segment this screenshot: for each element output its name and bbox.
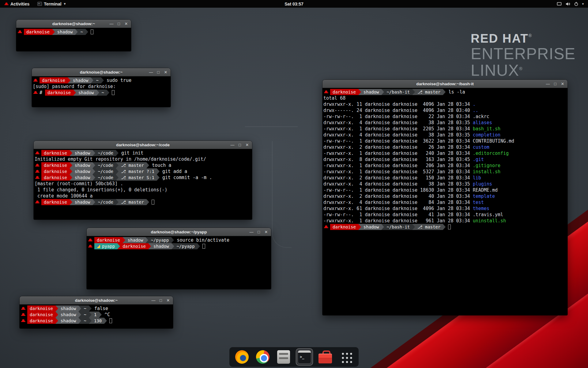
terminal-line: darknoiseshadow~ false	[21, 305, 173, 312]
brand-enterprise: ENTERPRISE	[471, 45, 575, 62]
window-titlebar[interactable]: darknoise@shadow:~/bash-it — □ ✕	[322, 80, 567, 88]
close-button[interactable]: ✕	[162, 68, 169, 76]
close-button[interactable]: ✕	[123, 20, 130, 28]
minimize-button[interactable]: —	[248, 228, 255, 236]
redhat-prompt-icon	[21, 313, 25, 316]
minimize-button[interactable]: —	[229, 141, 236, 149]
prompt-segment: pyapp	[94, 243, 117, 249]
prompt-segment: darknoise	[24, 29, 52, 35]
minimize-button[interactable]: —	[147, 68, 155, 76]
redhat-prompt-icon	[324, 90, 328, 94]
redhat-prompt-icon	[35, 163, 40, 167]
powerline-separator-icon	[443, 89, 446, 95]
output-text: Initialized empty Git repository in /hom…	[35, 156, 206, 162]
redhat-logo-icon	[4, 2, 8, 6]
maximize-button[interactable]: □	[155, 68, 162, 76]
terminal-content[interactable]: darknoiseshadow~/pyapp source bin/activa…	[87, 236, 271, 289]
powerline-separator-icon	[381, 89, 384, 95]
dock-item-chrome[interactable]	[254, 349, 271, 365]
command-text: source bin/activate	[174, 237, 229, 243]
redhat-prompt-icon	[324, 225, 328, 229]
powerline-separator-icon	[70, 199, 72, 205]
terminal-window-exit-codes[interactable]: darknoise@shadow:~ — □ ✕ darknoiseshadow…	[20, 296, 173, 328]
prompt-segment: ⎇ master	[415, 224, 443, 230]
powerline-separator-icon	[381, 224, 384, 230]
dock-item-toolbox[interactable]	[317, 349, 334, 365]
prompt-segment: ⎇ master S:1	[119, 174, 157, 181]
window-titlebar[interactable]: darknoise@shadow:~/pyapp — □ ✕	[87, 228, 271, 236]
powerline-separator-icon	[70, 150, 72, 156]
powerline-separator-icon	[55, 312, 58, 318]
redhat-prompt-icon	[18, 30, 22, 34]
output-text: -rw-rw-r--. 1 darknoise darknoise 41 Jan…	[323, 212, 473, 217]
redhat-prompt-icon	[21, 307, 25, 310]
terminal-line: drwxrwxr-x. 4 darknoise darknoise 38 Jan…	[323, 181, 567, 187]
dock-item-terminal[interactable]: >_	[296, 349, 313, 365]
brand-red-hat: RED HAT®	[471, 32, 575, 45]
prompt-segment: darknoise	[41, 150, 70, 156]
activities-button[interactable]: Activities	[3, 0, 31, 8]
maximize-button[interactable]: □	[157, 296, 164, 305]
output-text: drwxrwxr-x. 4 darknoise darknoise 38 Jan…	[323, 120, 473, 125]
redhat-prompt-icon	[33, 79, 38, 82]
window-titlebar[interactable]: darknoise@shadow:~ — □ ✕	[20, 296, 173, 305]
clock[interactable]: Sat 03:57	[285, 0, 303, 8]
prompt-segment: ~	[81, 318, 89, 324]
powerline-separator-icon	[146, 199, 149, 205]
powerline-separator-icon	[75, 29, 78, 35]
window-titlebar[interactable]: darknoise@shadow:~ — □ ✕	[16, 20, 131, 28]
terminal-window-code[interactable]: darknoise@shadow:~/code — □ ✕ darknoises…	[34, 141, 252, 220]
maximize-button[interactable]: □	[115, 20, 123, 28]
terminal-window-pyapp[interactable]: darknoise@shadow:~/pyapp — □ ✕ darknoise…	[87, 228, 271, 289]
window-title: darknoise@shadow:~/pyapp	[87, 228, 271, 236]
maximize-button[interactable]: □	[552, 80, 559, 88]
terminal-content[interactable]: darknoiseshadow~ sudo true[sudo] passwor…	[32, 76, 171, 107]
powerline-separator-icon	[157, 168, 160, 174]
output-text: test	[473, 200, 484, 205]
python-icon	[97, 245, 100, 248]
terminal-line: darknoiseshadow~	[17, 29, 131, 35]
output-text: 1 file changed, 0 insertions(+), 0 delet…	[35, 187, 167, 193]
system-status-area[interactable]: ▾	[554, 0, 586, 8]
minimize-button[interactable]: —	[108, 20, 115, 28]
maximize-button[interactable]: □	[236, 141, 243, 149]
prompt-segment: shadow	[361, 224, 382, 230]
command-text: sudo true	[104, 78, 131, 83]
app-menu-terminal[interactable]: > Terminal ▼	[36, 0, 67, 8]
terminal-content[interactable]: darknoiseshadow~/bash-it⎇ master ls -lat…	[322, 88, 567, 315]
output-text: .editorconfig	[473, 151, 509, 156]
prompt-segment: darknoise	[330, 224, 358, 230]
terminal-line: -rwxrwxr-x. 1 darknoise darknoise 961 Ja…	[323, 218, 567, 224]
terminal-line: drwxrwxr-x. 2 darknoise darknoise 26 Jan…	[323, 144, 567, 150]
maximize-button[interactable]: □	[255, 228, 262, 236]
activities-label: Activities	[10, 2, 29, 6]
close-button[interactable]: ✕	[243, 141, 251, 149]
output-text: .	[473, 102, 476, 107]
close-button[interactable]: ✕	[164, 296, 172, 305]
prompt-segment: shadow	[76, 90, 96, 96]
powerline-separator-icon	[52, 29, 55, 35]
terminal-window-sudo[interactable]: darknoise@shadow:~ — □ ✕ darknoiseshadow…	[32, 68, 171, 107]
prompt-segment: shadow	[72, 199, 93, 205]
terminal-line: -rw-rw-r--. 1 darknoise darknoise 3622 J…	[323, 138, 567, 144]
terminal-content[interactable]: darknoiseshadow~	[16, 28, 131, 51]
terminal-window-home-1[interactable]: darknoise@shadow:~ — □ ✕ darknoiseshadow…	[16, 20, 131, 51]
dock-item-app-grid[interactable]	[338, 349, 354, 365]
close-button[interactable]: ✕	[262, 228, 270, 236]
terminal-line: drwxrwxr-x. 2 darknoise darknoise 40 Jan…	[323, 193, 567, 199]
close-button[interactable]: ✕	[559, 80, 566, 88]
prompt-segment: ~/code	[95, 150, 116, 156]
output-text: CONTRIBUTING.md	[473, 138, 514, 144]
window-titlebar[interactable]: darknoise@shadow:~ — □ ✕	[32, 68, 171, 76]
window-titlebar[interactable]: darknoise@shadow:~/code — □ ✕	[34, 141, 252, 149]
terminal-content[interactable]: darknoiseshadow~ falsedarknoiseshadow~1 …	[20, 305, 173, 328]
dock-item-firefox[interactable]	[234, 349, 250, 365]
minimize-button[interactable]: —	[544, 80, 552, 88]
minimize-button[interactable]: —	[150, 296, 157, 305]
prompt-segment: ⎇ master	[415, 89, 443, 95]
terminal-content[interactable]: darknoiseshadow~/code git initInitialize…	[34, 149, 252, 220]
powerline-separator-icon	[92, 168, 95, 174]
terminal-window-bash-it[interactable]: darknoise@shadow:~/bash-it — □ ✕ darknoi…	[322, 80, 567, 315]
powerline-separator-icon	[92, 162, 95, 168]
dock-item-files[interactable]	[275, 349, 292, 365]
